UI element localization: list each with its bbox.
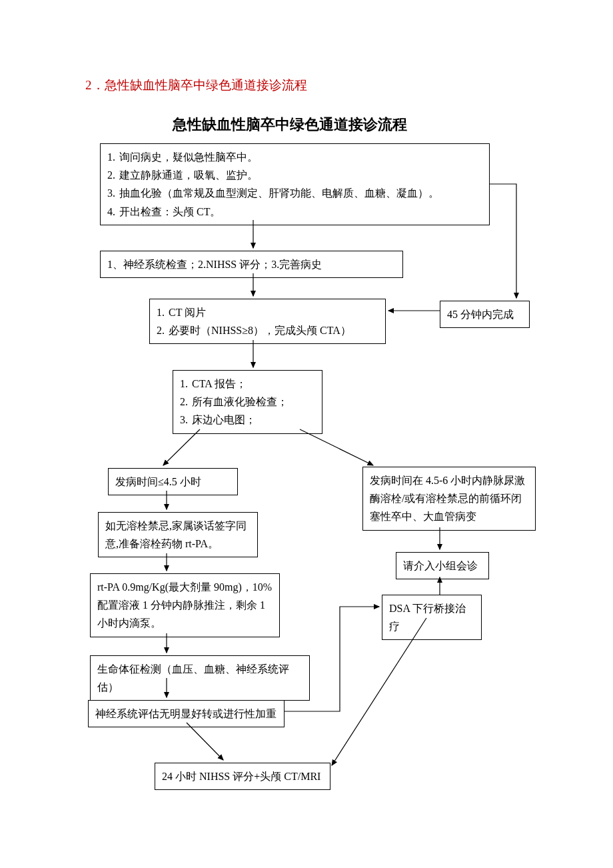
b4-t1: CTA 报告； <box>192 375 247 393</box>
b3-t1: CT 阅片 <box>169 303 206 321</box>
b4-t3: 床边心电图； <box>192 411 256 429</box>
b4-n1: 1. <box>180 375 188 393</box>
b4-n2: 2. <box>180 393 188 411</box>
box-no-improvement: 神经系统评估无明显好转或进行性加重 <box>88 700 285 727</box>
b1-t2: 建立静脉通道，吸氧、监护。 <box>119 166 258 184</box>
b1-t4: 开出检查：头颅 CT。 <box>119 203 221 221</box>
box-onset-le-45: 发病时间≤4.5 小时 <box>108 468 238 495</box>
box-final: 24 小时 NIHSS 评分+头颅 CT/MRI <box>155 763 330 790</box>
b1-n2: 2. <box>107 166 115 184</box>
box-consult: 请介入小组会诊 <box>396 552 489 579</box>
main-title: 急性缺血性脑卒中绿色通道接诊流程 <box>173 115 407 135</box>
box-initial-steps: 1.询问病史，疑似急性脑卒中。 2.建立静脉通道，吸氧、监护。 3.抽血化验（血… <box>100 143 490 225</box>
b1-n1: 1. <box>107 148 115 166</box>
box-nihss: 1、神经系统检查；2.NIHSS 评分；3.完善病史 <box>100 251 403 278</box>
box-onset-45-6: 发病时间在 4.5-6 小时内静脉尿激酶溶栓/或有溶栓禁忌的前循环闭塞性卒中、大… <box>362 467 536 531</box>
b1-n3: 3. <box>107 184 115 202</box>
box-rtpa: rt-PA 0.9mg/Kg(最大剂量 90mg)，10%配置溶液 1 分钟内静… <box>90 573 280 637</box>
box-vitals: 生命体征检测（血压、血糖、神经系统评估） <box>90 655 310 701</box>
b1-t3: 抽血化验（血常规及血型测定、肝肾功能、电解质、血糖、凝血）。 <box>119 184 439 202</box>
svg-line-5 <box>163 429 200 465</box>
b4-n3: 3. <box>180 411 188 429</box>
box-timeline: 45 分钟内完成 <box>440 301 530 328</box>
svg-line-6 <box>300 429 373 465</box>
box-dsa: DSA 下行桥接治疗 <box>382 595 482 640</box>
box-cta-report: 1.CTA 报告； 2.所有血液化验检查； 3.床边心电图； <box>173 370 322 434</box>
b3-n2: 2. <box>157 321 165 339</box>
box-consent: 如无溶栓禁忌,家属谈话签字同意,准备溶栓药物 rt-PA。 <box>98 512 258 557</box>
section-heading: 2．急性缺血性脑卒中绿色通道接诊流程 <box>85 77 307 94</box>
box-ct: 1.CT 阅片 2.必要时（NIHSS≥8），完成头颅 CTA） <box>149 299 386 344</box>
final-text: 24 小时 NIHSS 评分+头颅 CT/MRI <box>162 771 320 782</box>
b4-t2: 所有血液化验检查； <box>192 393 288 411</box>
b1-t1: 询问病史，疑似急性脑卒中。 <box>119 148 258 166</box>
b3-n1: 1. <box>157 303 165 321</box>
b1-n4: 4. <box>107 203 115 221</box>
svg-line-11 <box>187 723 223 760</box>
b3-t2: 必要时（NIHSS≥8），完成头颅 CTA） <box>169 321 351 339</box>
